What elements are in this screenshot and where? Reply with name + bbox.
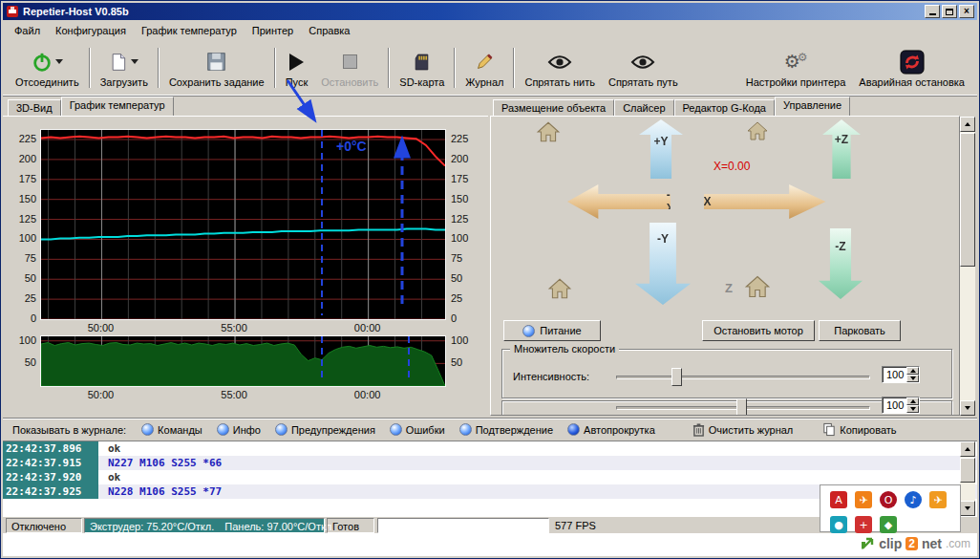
- filter-autoscroll[interactable]: Автопрокрутка: [567, 423, 655, 436]
- connection-status: Отключено: [6, 518, 82, 533]
- power-icon: [32, 52, 53, 73]
- menu-printer[interactable]: Принтер: [245, 22, 301, 39]
- load-button[interactable]: Загрузить: [94, 43, 155, 93]
- log-timestamp: 22:42:37.896: [3, 441, 98, 456]
- tray-icon[interactable]: ✈: [855, 491, 872, 508]
- filter-warnings[interactable]: Предупреждения: [275, 423, 375, 436]
- park-button[interactable]: Парковать: [819, 320, 901, 341]
- journal-button[interactable]: Журнал: [458, 43, 510, 93]
- scrollbar-thumb[interactable]: [960, 458, 975, 483]
- scroll-down-button[interactable]: [960, 501, 975, 516]
- log-timestamp: 22:42:37.925: [3, 484, 98, 499]
- stop-motor-button[interactable]: Остановить мотор: [702, 320, 815, 341]
- intensity-slider-track[interactable]: [616, 376, 870, 379]
- jog-z-minus-button[interactable]: -Z: [819, 228, 863, 299]
- disconnect-button[interactable]: Отсоединить: [9, 43, 86, 93]
- x-position-readout: X=0.00: [714, 160, 750, 173]
- hide-travel-button[interactable]: Спрятать путь: [602, 43, 685, 93]
- toolbar-separator: [513, 48, 515, 88]
- jog-y-minus-button[interactable]: -Y: [635, 223, 691, 305]
- tray-icon[interactable]: +: [855, 516, 872, 533]
- fps-readout: 577 FPS: [555, 520, 596, 531]
- menu-temp-graph[interactable]: График температур: [134, 22, 245, 39]
- log-filter-bar: Показывать в журнале: Команды Инфо Преду…: [3, 418, 977, 441]
- menu-config[interactable]: Конфигурация: [48, 22, 134, 39]
- maximize-button[interactable]: [942, 5, 957, 18]
- ready-status: Готов: [327, 518, 374, 533]
- hide-filament-button[interactable]: Спрятать нить: [518, 43, 601, 93]
- log-scrollbar[interactable]: [960, 441, 975, 516]
- filter-info[interactable]: Инфо: [217, 423, 261, 436]
- home-all-button[interactable]: [536, 119, 561, 146]
- scrollbar-thumb[interactable]: [960, 133, 975, 267]
- app-window: Repetier-Host V0.85b × Файл Конфигурация…: [0, 0, 980, 559]
- intensity-label: Интенсивность:: [513, 371, 589, 382]
- home-x-button[interactable]: [746, 119, 769, 144]
- menu-file[interactable]: Файл: [7, 22, 48, 39]
- filter-commands[interactable]: Команды: [141, 423, 202, 436]
- intensity-spinbox[interactable]: 100: [882, 366, 920, 383]
- minimize-button[interactable]: [925, 5, 940, 18]
- scroll-up-button[interactable]: [960, 117, 975, 132]
- stop-button: Остановить: [314, 43, 385, 93]
- spin-up-button[interactable]: [906, 398, 919, 405]
- chevron-down-icon[interactable]: [131, 59, 138, 64]
- control-panel-scrollbar[interactable]: [960, 117, 975, 416]
- save-job-button[interactable]: Сохранить задание: [162, 43, 271, 93]
- titlebar[interactable]: Repetier-Host V0.85b ×: [3, 3, 977, 20]
- tab-slicer[interactable]: Слайсер: [614, 99, 673, 116]
- home-z-button[interactable]: [744, 273, 771, 302]
- start-button[interactable]: Пуск: [279, 43, 315, 93]
- tab-3d-view[interactable]: 3D-Вид: [8, 99, 61, 116]
- tray-icon[interactable]: O: [880, 491, 897, 508]
- tab-gcode-editor[interactable]: Редактор G-Кода: [674, 99, 775, 116]
- watermark-2: 2: [905, 537, 918, 550]
- spin-down-button[interactable]: [906, 375, 919, 382]
- home-y-button[interactable]: [547, 276, 572, 303]
- trash-icon: [692, 422, 705, 437]
- printer-settings-button[interactable]: ⚙⚙ Настройки принтера: [739, 43, 853, 93]
- output-area: [41, 343, 445, 386]
- emergency-stop-button[interactable]: Аварийная остановка: [852, 43, 971, 93]
- power-toggle-button[interactable]: Питание: [503, 320, 601, 341]
- log-row: 22:42:37.915 N227 M106 S255 *66: [3, 456, 977, 470]
- jog-z-plus-button[interactable]: +Z: [822, 119, 861, 179]
- intensity-slider-thumb[interactable]: [671, 368, 682, 386]
- tab-temp-graph[interactable]: График температур: [61, 97, 174, 116]
- spin-up-button[interactable]: [906, 367, 919, 375]
- jog-y-plus-button[interactable]: +Y: [639, 119, 683, 179]
- toolbar-separator: [158, 48, 160, 88]
- tray-icon[interactable]: A: [830, 491, 847, 508]
- temperature-graph-panel: 2252001751501251007550250 22520017515012…: [3, 116, 488, 416]
- scroll-down-button[interactable]: [960, 400, 975, 416]
- emergency-stop-icon: [900, 50, 925, 75]
- bottom-strip: [3, 533, 977, 556]
- temp-chart-yaxis-left: 2252001751501251007550250: [8, 129, 38, 318]
- filter-errors[interactable]: Ошибки: [390, 423, 445, 436]
- tray-icon[interactable]: ●: [830, 516, 847, 533]
- tab-object-placement[interactable]: Размещение объекта: [493, 99, 614, 116]
- extruder-status: Экструдер: 75.20°C/Откл.: [90, 521, 214, 532]
- tab-control[interactable]: Управление: [775, 97, 850, 116]
- close-button[interactable]: ×: [959, 5, 974, 18]
- toggle-orb-icon: [459, 423, 472, 436]
- window-title: Repetier-Host V0.85b: [23, 6, 129, 17]
- tray-icon[interactable]: ♪: [905, 491, 922, 508]
- menu-help[interactable]: Справка: [301, 22, 357, 39]
- flow-spinbox[interactable]: 100: [882, 397, 920, 414]
- tray-icon[interactable]: ◆: [880, 516, 897, 533]
- copy-log-button[interactable]: Копировать: [822, 422, 896, 437]
- scroll-up-button[interactable]: [960, 441, 975, 457]
- log-row: 22:42:37.896 ok: [3, 441, 977, 456]
- gear-small-icon: ⚙: [798, 52, 808, 63]
- filter-ack[interactable]: Подтверждение: [459, 423, 553, 436]
- z-axis-label: Z: [725, 281, 733, 295]
- flow-slider-thumb[interactable]: [736, 398, 747, 416]
- jog-x-minus-button[interactable]: -X: [567, 184, 671, 219]
- jog-x-plus-button[interactable]: +X: [704, 184, 825, 219]
- tray-icon[interactable]: ✈: [929, 491, 947, 508]
- clear-log-button[interactable]: Очистить журнал: [692, 422, 794, 437]
- chevron-down-icon[interactable]: [55, 59, 63, 64]
- spin-down-button[interactable]: [906, 405, 919, 413]
- sd-card-button[interactable]: SD-карта: [393, 43, 451, 93]
